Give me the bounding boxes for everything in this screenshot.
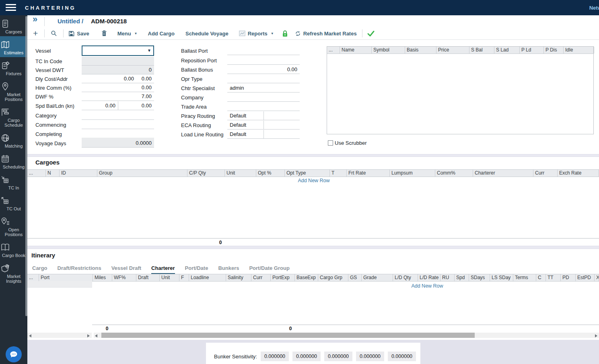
- column-header-port[interactable]: Port: [39, 274, 93, 281]
- column-header-c-p-qty[interactable]: C/P Qty: [187, 170, 225, 177]
- scroll-right-arrow[interactable]: [595, 334, 597, 337]
- chtr-specialist-field[interactable]: admin: [227, 84, 300, 93]
- column-header-estpd[interactable]: EstPD: [576, 274, 595, 281]
- column-header-frt-rate[interactable]: Frt Rate: [347, 170, 390, 177]
- column-header-symbol[interactable]: Symbol: [372, 47, 405, 53]
- spd-ldn-field[interactable]: 0.00: [118, 101, 154, 110]
- save-button[interactable]: Save: [68, 31, 89, 37]
- column-header-opt[interactable]: Opt %: [256, 170, 285, 177]
- new-estimate-button[interactable]: +: [33, 29, 38, 38]
- sidebar-item-matching[interactable]: Matching: [0, 130, 27, 150]
- piracy-routing-extra-field[interactable]: [263, 111, 300, 120]
- section-splitter[interactable]: [27, 246, 599, 249]
- sidebar-scrollbar[interactable]: [25, 16, 27, 316]
- column-header-draft[interactable]: Draft: [136, 274, 160, 281]
- column-header-l-d-rate[interactable]: L/D Rate: [418, 274, 441, 281]
- frozen-columns-scrollbar[interactable]: [27, 333, 92, 338]
- eca-routing-extra-field[interactable]: [263, 121, 300, 130]
- schedule-voyage-button[interactable]: Schedule Voyage: [185, 31, 228, 37]
- trade-area-field[interactable]: [227, 102, 300, 111]
- scroll-right-arrow[interactable]: [87, 334, 90, 337]
- column-header-price[interactable]: Price: [436, 47, 469, 53]
- use-scrubber-checkbox[interactable]: [328, 140, 333, 146]
- tab-bunkers[interactable]: Bunkers: [218, 265, 239, 274]
- tab-vessel-draft[interactable]: Vessel Draft: [111, 265, 141, 274]
- column-header-gs[interactable]: GS: [348, 274, 362, 281]
- reports-button[interactable]: Reports▼: [239, 31, 274, 37]
- column-header-[interactable]: ...: [27, 170, 46, 177]
- reposition-port-field[interactable]: [227, 56, 300, 65]
- column-header-tt[interactable]: TT: [546, 274, 561, 281]
- itinerary-add-new-row-link[interactable]: Add New Row: [411, 283, 443, 289]
- sidebar-item-cargo-book[interactable]: Cargo Book: [0, 239, 27, 260]
- column-header-n[interactable]: N: [46, 170, 60, 177]
- category-field[interactable]: [82, 111, 154, 120]
- network-link[interactable]: Network: [589, 5, 599, 11]
- sidebar-item-tc-in[interactable]: TC In: [0, 171, 27, 192]
- hamburger-menu-button[interactable]: [6, 4, 16, 12]
- tab-port-date[interactable]: Port/Date: [185, 265, 208, 274]
- column-header-terms[interactable]: Terms: [513, 274, 536, 281]
- delete-button[interactable]: [101, 30, 107, 37]
- load-line-routing-extra-field[interactable]: [263, 130, 300, 139]
- column-header-miles[interactable]: Miles: [93, 274, 112, 281]
- itinerary-scrollbar[interactable]: [94, 333, 599, 338]
- column-header-exch-rate[interactable]: Exch Rate: [558, 170, 599, 177]
- cargoes-add-new-row-link[interactable]: Add New Row: [298, 178, 329, 183]
- sidebar-item-cargoes[interactable]: Cargoes: [0, 15, 27, 36]
- scrollbar-thumb[interactable]: [101, 333, 475, 338]
- column-header-ru[interactable]: RU: [441, 274, 455, 281]
- column-header-unit[interactable]: Unit: [160, 274, 179, 281]
- sidebar-item-market-positions[interactable]: Market Positions: [0, 78, 27, 104]
- opr-type-field[interactable]: [227, 74, 300, 83]
- sidebar-item-tc-out[interactable]: TC Out: [0, 192, 27, 213]
- column-header-grade[interactable]: Grade: [362, 274, 393, 281]
- scroll-left-arrow[interactable]: [29, 334, 31, 337]
- dwf-field[interactable]: 7.00: [82, 92, 154, 101]
- ballast-bonus-field[interactable]: 0.00: [227, 65, 300, 74]
- column-header-opt-type[interactable]: Opt Type: [285, 170, 330, 177]
- column-header-loadline[interactable]: Loadline: [189, 274, 226, 281]
- column-header-[interactable]: ...: [27, 274, 39, 281]
- expand-panel-button[interactable]: »: [33, 14, 37, 25]
- chat-button[interactable]: [6, 346, 22, 362]
- column-header-basis[interactable]: Basis: [405, 47, 436, 53]
- lock-button[interactable]: [282, 30, 288, 37]
- tab-draft-restrictions[interactable]: Draft/Restrictions: [58, 265, 101, 274]
- company-field[interactable]: [227, 93, 300, 102]
- column-header-pd[interactable]: PD: [561, 274, 576, 281]
- column-header-portexp[interactable]: PortExp: [271, 274, 295, 281]
- dly-cost-addr-field[interactable]: 0.00 0.00: [82, 74, 154, 83]
- column-header-idle[interactable]: Idle: [564, 47, 594, 53]
- column-header-comm[interactable]: Comm%: [435, 170, 473, 177]
- column-header-spd[interactable]: Spd: [455, 274, 469, 281]
- menu-button[interactable]: Menu▼: [117, 31, 138, 37]
- refresh-market-rates-button[interactable]: Refresh Market Rates: [295, 31, 357, 37]
- column-header-t[interactable]: T: [330, 170, 347, 177]
- column-header-s-lad[interactable]: S Lad: [494, 47, 520, 53]
- ballast-port-field[interactable]: [227, 46, 300, 55]
- sidebar-item-estimates[interactable]: Estimates: [0, 36, 27, 57]
- commencing-field[interactable]: [82, 120, 154, 129]
- tab-charterer[interactable]: Charterer: [151, 265, 175, 274]
- eca-routing-field[interactable]: Default: [227, 121, 263, 130]
- column-header-unit[interactable]: Unit: [225, 170, 256, 177]
- sidebar-item-open-positions[interactable]: Open Positions: [0, 213, 27, 239]
- hire-comm-field[interactable]: 0.00: [82, 83, 154, 92]
- vessel-dropdown[interactable]: ▼: [82, 45, 154, 56]
- sidebar-item-cargo-schedule[interactable]: Cargo Schedule: [0, 104, 27, 130]
- column-header-sdays[interactable]: SDays: [469, 274, 490, 281]
- search-button[interactable]: [51, 30, 57, 37]
- sidebar-item-fixtures[interactable]: Fixtures: [0, 57, 27, 78]
- tab-cargo[interactable]: Cargo: [32, 265, 47, 274]
- sidebar-item-market-insights[interactable]: Market Insights: [0, 260, 27, 286]
- scroll-left-arrow[interactable]: [95, 334, 97, 337]
- sidebar-item-scheduling[interactable]: Scheduling: [0, 150, 27, 171]
- column-header-p-ld[interactable]: P Ld: [520, 47, 544, 53]
- column-header-c[interactable]: C: [536, 274, 546, 281]
- add-cargo-button[interactable]: Add Cargo: [148, 31, 175, 37]
- validate-button[interactable]: [367, 31, 375, 37]
- column-header-f[interactable]: F: [179, 274, 189, 281]
- column-header-lumpsum[interactable]: Lumpsum: [390, 170, 435, 177]
- column-header-salinity[interactable]: Salinity: [226, 274, 251, 281]
